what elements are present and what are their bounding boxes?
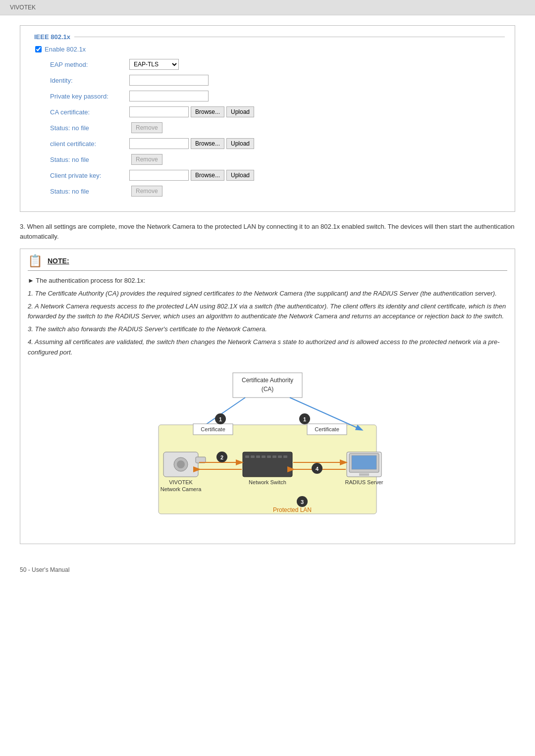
svg-rect-26 xyxy=(359,473,369,476)
priv-key-label: Client private key: xyxy=(50,172,129,179)
enable-checkbox[interactable] xyxy=(35,46,42,52)
client-status-row: Status: no file Remove xyxy=(35,154,505,165)
ieee-panel: IEEE 802.1x Enable 802.1x EAP method: EA… xyxy=(20,25,515,212)
main-content: IEEE 802.1x Enable 802.1x EAP method: EA… xyxy=(0,15,535,561)
switch-label: Network Switch xyxy=(249,479,286,485)
priv-browse-button[interactable]: Browse... xyxy=(191,170,224,181)
private-key-label: Private key passord: xyxy=(50,93,129,100)
enable-label: Enable 802.1x xyxy=(45,46,86,53)
brand-label: VIVOTEK xyxy=(10,4,36,11)
svg-text:3: 3 xyxy=(301,499,304,505)
svg-rect-19 xyxy=(267,455,271,458)
note-prefix-0: ► xyxy=(28,277,34,284)
note-item-3: 3. The switch also forwards the RADIUS S… xyxy=(28,324,507,335)
client-status-label: Status: no file xyxy=(50,156,129,163)
priv-status-label: Status: no file xyxy=(50,188,129,195)
ca-upload-button[interactable]: Upload xyxy=(226,106,254,117)
panel-title-bar: IEEE 802.1x xyxy=(30,33,505,41)
client-cert-input[interactable] xyxy=(129,138,189,149)
note-header: 📋 NOTE: xyxy=(28,254,507,271)
note-item-1: 1. The Certificate Authority (CA) provid… xyxy=(28,289,507,299)
note-item-2: 2. A Network Camera requests access to t… xyxy=(28,302,507,322)
note-text-4: Assuming all certificates are validated,… xyxy=(28,338,500,356)
svg-text:1: 1 xyxy=(219,416,222,422)
client-browse-button[interactable]: Browse... xyxy=(191,138,224,149)
cert-left-label: Certificate xyxy=(201,426,225,432)
identity-label: Identity: xyxy=(50,77,129,84)
svg-rect-16 xyxy=(251,455,255,458)
note-title: NOTE: xyxy=(48,257,69,265)
cert-right-label: Certificate xyxy=(315,426,339,432)
eap-method-row: EAP method: EAP-TLS EAP-PEAP xyxy=(35,59,505,70)
svg-rect-17 xyxy=(256,455,260,458)
diagram-svg: Certificate Authority (CA) Certificate C… xyxy=(99,365,436,539)
client-cert-row: client certificate: Browse... Upload xyxy=(35,138,505,149)
diagram-wrapper: Certificate Authority (CA) Certificate C… xyxy=(28,365,507,539)
client-cert-label: client certificate: xyxy=(50,140,129,148)
priv-key-row: Client private key: Browse... Upload xyxy=(35,170,505,181)
identity-row: Identity: xyxy=(35,75,505,86)
note-prefix-2: 2. xyxy=(28,302,33,310)
ca-cert-row: CA certificate: Browse... Upload xyxy=(35,106,505,117)
private-key-row: Private key passord: xyxy=(35,91,505,101)
camera-label1: VIVOTEK xyxy=(169,479,193,485)
svg-rect-25 xyxy=(352,455,376,469)
svg-rect-15 xyxy=(245,455,249,458)
svg-rect-21 xyxy=(278,455,282,458)
note-prefix-1: 1. xyxy=(28,290,33,297)
ieee-panel-inner: Enable 802.1x EAP method: EAP-TLS EAP-PE… xyxy=(30,46,505,197)
protected-lan-label: Protected LAN xyxy=(273,506,312,513)
ca-status-label: Status: no file xyxy=(50,124,129,132)
header-bar: VIVOTEK xyxy=(0,0,535,15)
note-text-1: The Certificate Authority (CA) provides … xyxy=(35,290,496,297)
client-remove-button[interactable]: Remove xyxy=(131,154,162,165)
footer-text: 50 - User's Manual xyxy=(20,566,69,573)
ca-label: Certificate Authority xyxy=(242,377,293,384)
priv-upload-button[interactable]: Upload xyxy=(226,170,254,181)
eap-select[interactable]: EAP-TLS EAP-PEAP xyxy=(129,59,179,70)
note-content: ► The authentication process for 802.1x:… xyxy=(28,276,507,358)
svg-rect-18 xyxy=(262,455,266,458)
note-prefix-3: 3. xyxy=(28,325,33,333)
identity-input[interactable] xyxy=(129,75,209,86)
svg-point-12 xyxy=(177,460,185,468)
ieee-title: IEEE 802.1x xyxy=(30,33,74,41)
ca-browse-button[interactable]: Browse... xyxy=(191,106,224,117)
ca-remove-button[interactable]: Remove xyxy=(131,122,162,133)
note-box: 📋 NOTE: ► The authentication process for… xyxy=(20,249,515,544)
step3-text: 3. When all settings are complete, move … xyxy=(20,222,515,241)
eap-label: EAP method: xyxy=(50,61,129,68)
note-text-0: The authentication process for 802.1x: xyxy=(36,277,145,284)
note-prefix-4: 4. xyxy=(28,338,33,346)
svg-text:2: 2 xyxy=(220,454,223,460)
ca-sub: (CA) xyxy=(262,386,274,393)
enable-row: Enable 802.1x xyxy=(35,46,505,53)
priv-remove-button[interactable]: Remove xyxy=(131,186,162,197)
priv-status-row: Status: no file Remove xyxy=(35,186,505,197)
ca-cert-input[interactable] xyxy=(129,106,189,117)
page: VIVOTEK IEEE 802.1x Enable 802.1x EAP me… xyxy=(0,0,535,756)
client-upload-button[interactable]: Upload xyxy=(226,138,254,149)
ca-cert-label: CA certificate: xyxy=(50,108,129,116)
note-text-2: A Network Camera requests access to the … xyxy=(28,302,506,320)
svg-text:1: 1 xyxy=(303,416,306,422)
svg-text:4: 4 xyxy=(316,466,319,472)
svg-rect-22 xyxy=(283,455,287,458)
note-text-3: The switch also forwards the RADIUS Serv… xyxy=(35,325,267,333)
note-item-0: ► The authentication process for 802.1x: xyxy=(28,276,507,286)
note-icon: 📋 xyxy=(28,254,43,268)
title-line xyxy=(74,37,505,37)
note-item-4: 4. Assuming all certificates are validat… xyxy=(28,337,507,358)
ca-status-row: Status: no file Remove xyxy=(35,122,505,133)
svg-rect-20 xyxy=(272,455,276,458)
footer: 50 - User's Manual xyxy=(0,561,535,578)
priv-key-input[interactable] xyxy=(129,170,189,181)
private-key-input[interactable] xyxy=(129,91,209,101)
camera-label2: Network Camera xyxy=(160,486,202,492)
radius-label: RADIUS Server xyxy=(345,479,383,485)
